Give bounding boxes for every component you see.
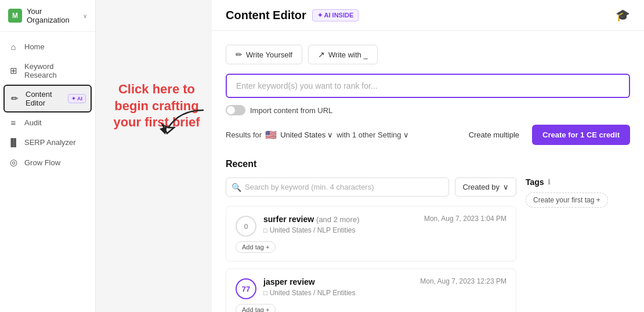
keyword-search-wrap: 🔍: [226, 177, 449, 197]
tags-header: Tags ℹ: [526, 177, 630, 187]
org-chevron-icon: ∨: [83, 13, 87, 19]
item-meta: □ United States / NLP Entities: [263, 226, 359, 234]
svg-marker-0: [160, 126, 167, 135]
item-meta: □ United States / NLP Entities: [263, 289, 356, 297]
graduation-icon[interactable]: 🎓: [616, 8, 630, 22]
recent-controls: 🔍 Created by ∨: [226, 177, 516, 197]
keyword-search-input[interactable]: [226, 177, 449, 197]
main-content: Content Editor ✦ AI INSIDE 🎓 ✏ Write You…: [212, 0, 644, 312]
main-header: Content Editor ✦ AI INSIDE 🎓: [212, 0, 644, 31]
sidebar: M Your Organization ∨ ⌂ Home ⊞ Keyword R…: [0, 0, 96, 312]
settings-row: Results for 🇺🇸 United States ∨ with 1 ot…: [226, 125, 630, 145]
sidebar-item-keyword-research[interactable]: ⊞ Keyword Research: [0, 57, 95, 85]
country-settings: Results for 🇺🇸 United States ∨ with 1 ot…: [226, 129, 409, 140]
import-url-toggle[interactable]: [226, 105, 245, 115]
created-by-filter[interactable]: Created by ∨: [455, 177, 516, 197]
item-header: 77 jasper review □ United States / NLP E…: [236, 277, 506, 299]
audit-icon: ≡: [8, 118, 19, 128]
org-switcher[interactable]: M Your Organization ∨: [0, 0, 95, 32]
annotation-overlay: Click here to begin crafting your first …: [96, 0, 212, 312]
setting-chevron-icon: ∨: [403, 130, 409, 139]
create-tag-button[interactable]: Create your first tag +: [526, 193, 608, 208]
sidebar-item-grow-flow[interactable]: ◎ Grow Flow: [0, 152, 95, 173]
us-flag-icon: 🇺🇸: [265, 129, 277, 140]
country-selector[interactable]: United States ∨: [280, 130, 333, 139]
import-url-label: Import content from URL: [250, 106, 332, 115]
results-for-label: Results for: [226, 130, 262, 139]
org-avatar: M: [8, 9, 22, 23]
title-area: Content Editor ✦ AI INSIDE: [226, 9, 359, 22]
create-actions: Create multiple Create for 1 CE credit: [462, 125, 630, 145]
sidebar-item-serp-analyzer[interactable]: ▐▌ SERP Analyzer: [0, 133, 95, 152]
item-header: 0 surfer review (and 2 more) □ United St…: [236, 215, 506, 237]
search-icon: 🔍: [231, 183, 241, 192]
sidebar-item-content-editor[interactable]: ✏ Content Editor ✦ AI: [3, 85, 92, 113]
pencil-icon: ✏: [236, 50, 243, 59]
recent-title: Recent: [226, 159, 630, 169]
grid-icon: ⊞: [8, 66, 19, 76]
with-other-label: with 1 other Setting ∨: [337, 130, 409, 139]
annotation-arrow: [157, 104, 209, 141]
sidebar-item-audit[interactable]: ≡ Audit: [0, 113, 95, 133]
item-tags-row: Add tag +: [236, 304, 506, 312]
recent-section: Recent 🔍 Created by ∨: [212, 159, 644, 312]
item-left: 0 surfer review (and 2 more) □ United St…: [236, 215, 359, 237]
item-title-row: surfer review (and 2 more): [263, 215, 359, 224]
item-date: Mon, Aug 7, 2023 12:23 PM: [420, 277, 506, 285]
item-score: 0: [236, 216, 256, 237]
home-icon: ⌂: [8, 42, 19, 52]
write-yourself-button[interactable]: ✏ Write Yourself: [226, 45, 302, 64]
info-icon[interactable]: ℹ: [548, 178, 551, 186]
create-multiple-button[interactable]: Create multiple: [462, 126, 526, 144]
flow-icon: ◎: [8, 157, 19, 168]
write-buttons-group: ✏ Write Yourself ↗ Write with _: [226, 45, 630, 64]
item-info: surfer review (and 2 more) □ United Stat…: [263, 215, 359, 234]
item-title-row: jasper review: [263, 277, 356, 286]
item-info: jasper review □ United States / NLP Enti…: [263, 277, 356, 297]
item-left: 77 jasper review □ United States / NLP E…: [236, 277, 356, 299]
created-by-chevron-icon: ∨: [503, 183, 509, 191]
content-area: ✏ Write Yourself ↗ Write with _ Import c…: [212, 31, 644, 159]
create-credit-button[interactable]: Create for 1 CE credit: [532, 125, 630, 145]
ai-inside-badge: ✦ AI INSIDE: [312, 9, 359, 21]
tags-panel: Tags ℹ Create your first tag +: [526, 177, 630, 312]
list-item[interactable]: 77 jasper review □ United States / NLP E…: [226, 269, 516, 312]
toggle-circle: [227, 106, 235, 114]
add-tag-button[interactable]: Add tag +: [236, 304, 276, 312]
edit-icon: ✏: [9, 93, 20, 104]
list-item[interactable]: 0 surfer review (and 2 more) □ United St…: [226, 206, 516, 262]
tags-title: Tags: [526, 177, 544, 187]
ai-write-icon: ↗: [318, 50, 325, 59]
globe-icon: □: [263, 289, 267, 296]
main-nav: ⌂ Home ⊞ Keyword Research ✏ Content Edit…: [0, 32, 95, 177]
content-items-list: 0 surfer review (and 2 more) □ United St…: [226, 206, 516, 312]
chart-icon: ▐▌: [8, 138, 19, 147]
item-date: Mon, Aug 7, 2023 1:04 PM: [424, 215, 506, 223]
item-tags-row: Add tag +: [236, 241, 506, 253]
add-tag-button[interactable]: Add tag +: [236, 241, 276, 253]
page-title: Content Editor: [226, 9, 306, 22]
item-score: 77: [236, 278, 256, 299]
ai-badge: ✦ AI: [68, 94, 86, 103]
write-with-ai-button[interactable]: ↗ Write with _: [308, 45, 378, 64]
globe-icon: □: [263, 227, 267, 234]
country-chevron-icon: ∨: [327, 130, 333, 139]
sidebar-item-home[interactable]: ⌂ Home: [0, 37, 95, 57]
org-name: Your Organization: [27, 7, 78, 24]
import-url-row: Import content from URL: [226, 105, 630, 115]
keyword-input[interactable]: [226, 74, 630, 98]
